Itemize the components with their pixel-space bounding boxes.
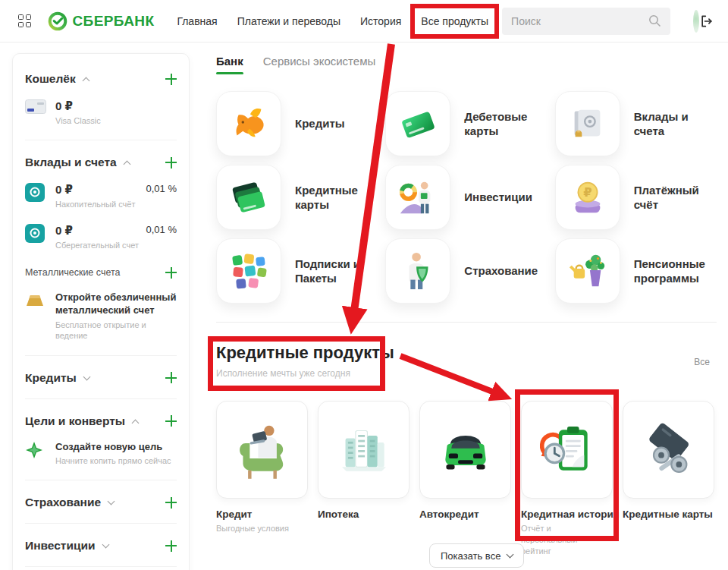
add-credit-button[interactable] (165, 372, 177, 383)
product-label: Инвестиции (464, 190, 532, 205)
product-payment-account[interactable]: ₽ Платёжный счёт (555, 165, 717, 230)
card-auto-loan[interactable]: Автокредит (419, 401, 511, 557)
deposit-account-item[interactable]: 0 ₽ Сберегательный счет 0,01 % (25, 224, 177, 250)
deposits-title[interactable]: Вклады и счета (25, 156, 117, 169)
safe-icon (567, 103, 608, 144)
add-metal-account-button[interactable] (165, 267, 177, 279)
metal-accounts-title[interactable]: Металлические счета (25, 267, 120, 278)
apps-grid-icon[interactable] (18, 14, 31, 27)
add-wallet-button[interactable] (165, 74, 177, 85)
credits-section: Кредиты (25, 356, 177, 399)
add-deposit-button[interactable] (165, 157, 177, 168)
investments-section: Инвестиции (25, 524, 177, 567)
product-pension[interactable]: Пенсионные программы (555, 238, 717, 304)
goals-title[interactable]: Цели и конверты (25, 414, 125, 428)
add-insurance-button[interactable] (165, 497, 177, 509)
card-credit-history[interactable]: Кредитная история Отчёт и персональный р… (521, 401, 613, 557)
product-credits[interactable]: Кредиты (216, 91, 378, 156)
chevron-up-icon[interactable] (123, 161, 130, 168)
nav-payments[interactable]: Платежи и переводы (237, 11, 340, 32)
accounts-sidebar: Кошелёк 0 ₽ Visa Classic Вклады и счета (12, 53, 190, 570)
sber-checkmark-icon (48, 11, 67, 31)
savings-account-item[interactable]: 0 ₽ Накопительный счёт 0,01 % (25, 183, 177, 209)
brand-name: СБЕРБАНК (73, 13, 155, 30)
product-investments[interactable]: Инвестиции (385, 165, 547, 230)
chevron-up-icon[interactable] (132, 419, 140, 427)
credits-title[interactable]: Кредиты (25, 371, 77, 385)
bank-products-grid: Кредиты Дебетовые карты Вклады и счета (216, 91, 717, 304)
product-label: Вклады и счета (634, 109, 717, 139)
chevron-down-icon[interactable] (108, 498, 115, 505)
investments-icon (397, 177, 438, 218)
svg-text:₽: ₽ (583, 185, 592, 199)
account-balance: 0 ₽ (55, 183, 135, 197)
credit-products-all-link[interactable]: Все (694, 357, 710, 367)
search-box[interactable] (502, 8, 670, 35)
add-investment-button[interactable] (165, 540, 177, 552)
card-mortgage[interactable]: Ипотека (318, 401, 410, 557)
person-armchair-icon (232, 418, 293, 482)
credit-products-header: Кредитные продукты Исполнение мечты уже … (216, 343, 394, 379)
wallet-section: Кошелёк 0 ₽ Visa Classic (25, 57, 177, 140)
tab-bank[interactable]: Банк (216, 55, 243, 74)
chevron-down-icon (507, 551, 514, 559)
product-label: Дебетовые карты (464, 109, 547, 139)
card-title: Автокредит (419, 509, 511, 520)
bank-card-icon (25, 99, 46, 115)
product-label: Страхование (464, 263, 538, 279)
goldfish-icon (228, 103, 269, 144)
chevron-up-icon[interactable] (82, 77, 89, 85)
chevron-down-icon[interactable] (83, 373, 90, 380)
main-nav: Главная Платежи и переводы История Все п… (177, 11, 488, 32)
show-all-button[interactable]: Показать все (429, 543, 524, 568)
account-rate: 0,01 % (146, 183, 177, 194)
product-deposits[interactable]: Вклады и счета (555, 91, 717, 156)
product-label: Кредиты (295, 116, 345, 131)
shield-person-icon (397, 250, 438, 291)
product-subscriptions[interactable]: Подписки и Пакеты (216, 238, 378, 304)
logout-button[interactable] (699, 14, 714, 29)
investments-title[interactable]: Инвестиции (25, 539, 96, 553)
product-debit-cards[interactable]: Дебетовые карты (385, 91, 547, 156)
account-rate: 0,01 % (146, 224, 177, 235)
sberbank-logo[interactable]: СБЕРБАНК (48, 11, 155, 31)
card-credit-cards[interactable]: Кредитные карты (623, 401, 714, 557)
top-header: СБЕРБАНК Главная Платежи и переводы Исто… (0, 0, 728, 43)
credit-products-title: Кредитные продукты (216, 343, 394, 363)
visa-card-item[interactable]: 0 ₽ Visa Classic (25, 99, 177, 126)
buildings-icon (334, 418, 394, 482)
user-avatar[interactable] (693, 10, 699, 33)
metal-promo-title: Откройте обезличенный металлический счет (55, 291, 177, 317)
insurance-title[interactable]: Страхование (25, 496, 101, 509)
deposits-section: Вклады и счета 0 ₽ Накопительный счёт 0,… (25, 140, 177, 355)
tab-ecosystem-services[interactable]: Сервисы экосистемы (263, 55, 376, 74)
product-insurance[interactable]: Страхование (385, 238, 547, 304)
nav-all-products[interactable]: Все продукты (421, 11, 488, 32)
pensions-section: Пенсии (25, 567, 177, 570)
metal-account-promo[interactable]: Откройте обезличенный металлический счет… (25, 291, 177, 342)
nav-history[interactable]: История (360, 11, 401, 32)
ruble-coin-icon: ₽ (567, 177, 608, 218)
product-credit-cards[interactable]: Кредитные карты (216, 165, 378, 230)
wallet-title[interactable]: Кошелёк (25, 72, 76, 86)
card-subtitle (318, 523, 403, 534)
search-input[interactable] (511, 15, 648, 27)
arrow-to-credit-history (400, 356, 494, 392)
product-label: Платёжный счёт (634, 183, 717, 213)
search-icon (648, 14, 661, 27)
card-name: Visa Classic (55, 115, 101, 126)
product-label: Подписки и Пакеты (295, 257, 378, 286)
car-icon (435, 418, 496, 482)
account-name: Накопительный счёт (55, 199, 135, 209)
gold-ingot-icon (25, 293, 45, 308)
card-credit[interactable]: Кредит Выгодные условия (216, 401, 308, 557)
subscriptions-icon (228, 250, 269, 291)
add-goal-button[interactable] (165, 415, 177, 427)
nav-home[interactable]: Главная (177, 11, 217, 32)
safe-box-icon (25, 224, 45, 244)
card-title: Кредит (216, 509, 308, 520)
product-label: Пенсионные программы (634, 257, 717, 286)
nav-all-products-label: Все продукты (421, 15, 488, 27)
new-goal-promo[interactable]: Создайте новую цель Начните копить прямо… (25, 440, 177, 467)
chevron-down-icon[interactable] (102, 541, 109, 549)
